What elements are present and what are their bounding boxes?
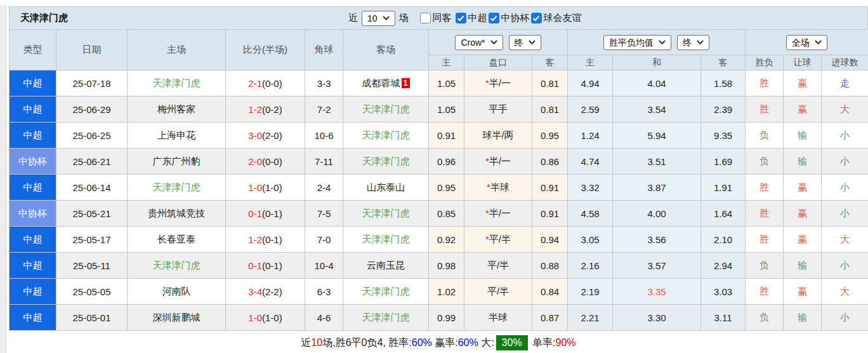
- col-header-home: 主场: [128, 30, 226, 70]
- result: 负: [746, 305, 784, 331]
- match-date: 25-05-11: [56, 253, 128, 279]
- odds-home: 0.95: [429, 175, 464, 201]
- avg-away: 1.91: [701, 175, 746, 201]
- goals-total: 大: [822, 227, 868, 253]
- odds-away: 0.86: [532, 149, 568, 175]
- goals-total: 小: [822, 149, 868, 175]
- league-type: 中超: [10, 227, 56, 253]
- check-icon: [490, 15, 497, 22]
- check-icon: [457, 15, 464, 22]
- avg-away: 2.94: [701, 253, 746, 279]
- match-count-select[interactable]: 10: [362, 11, 395, 26]
- match-row: 中超25-06-14天津津门虎1-0(1-0)2-4山东泰山0.95*半球0.9…: [10, 175, 868, 201]
- home-team: 广东广州豹: [128, 149, 226, 175]
- same-away-filter-checkbox[interactable]: [420, 13, 431, 23]
- result: 胜: [746, 175, 784, 201]
- avg-home: 1.24: [568, 123, 613, 149]
- avg-home: 2.59: [568, 97, 613, 123]
- match-row: 中超25-05-11天津津门虎0-1(0-1)10-4云南玉昆0.98平/半0.…: [10, 253, 868, 279]
- odds-away: 0.91: [532, 201, 568, 227]
- venue-filter: 同客: [420, 12, 452, 24]
- odds-source-select[interactable]: Crow*: [455, 35, 503, 50]
- handicap: 平/半: [464, 253, 532, 279]
- handicap: *半/一: [464, 70, 532, 97]
- footer-text: 单率:: [530, 336, 556, 350]
- footer-rate-value: 60%: [412, 337, 432, 349]
- goals-total: 走: [822, 70, 868, 97]
- away-team: 山东泰山: [343, 175, 429, 201]
- score: 1-0(1-0): [226, 175, 305, 201]
- avg-home: 3.32: [568, 175, 613, 201]
- avg-draw: 3.56: [613, 227, 701, 253]
- subcol-goals: 进球数: [822, 55, 868, 70]
- col-header-type: 类型: [10, 30, 56, 70]
- home-team: 长春亚泰: [128, 227, 226, 253]
- result: 胜: [746, 97, 784, 123]
- away-team: 天津津门虎: [343, 227, 429, 253]
- avg-home: 3.05: [568, 227, 613, 253]
- subcol-avg-away: 客: [701, 55, 746, 70]
- footer-over-badge: 30%: [496, 335, 528, 350]
- scope-value: 全场: [792, 38, 810, 47]
- corners: 7-11: [305, 149, 343, 175]
- home-team: 贵州筑城竞技: [128, 201, 226, 227]
- subcol-handicap-result: 让球: [784, 55, 822, 70]
- match-row: 中超25-05-17长春亚泰1-2(0-1)7-0天津津门虎0.92*平/半0.…: [10, 227, 868, 253]
- result: 胜: [746, 279, 784, 305]
- recent-label: 近: [348, 12, 358, 24]
- handicap: 平/半: [464, 279, 532, 305]
- corners: 10-6: [305, 123, 343, 149]
- corners: 7-0: [305, 227, 343, 253]
- league-type: 中超: [10, 279, 56, 305]
- footer-text: 场,胜6平0负4, 胜率:: [322, 336, 411, 350]
- corners: 4-6: [305, 305, 343, 331]
- score: 0-1(0-1): [226, 253, 305, 279]
- corners: 2-4: [305, 175, 343, 201]
- match-date: 25-05-05: [56, 279, 128, 305]
- same-away-filter-label: 同客: [433, 12, 452, 24]
- title-filter-band: 天津津门虎 近 10 场 同客 中超中协杯球会友谊: [9, 6, 868, 29]
- odds-away: 0.84: [532, 279, 568, 305]
- odds-home: 1.05: [429, 70, 464, 97]
- home-team: 天津津门虎: [128, 70, 226, 97]
- match-date: 25-05-01: [56, 305, 128, 331]
- away-team: 成都蓉城1: [343, 70, 429, 97]
- home-team: 深圳新鹏城: [128, 305, 226, 331]
- score: 2-1(0-0): [226, 70, 305, 97]
- summary-footer: 近10场,胜6平0负4, 胜率:60% 赢率:60% 大:30% 单率:90%: [9, 331, 868, 353]
- avg-time-value: 终: [683, 38, 692, 47]
- home-team: 天津津门虎: [128, 253, 226, 279]
- avg-draw: 5.94: [613, 123, 701, 149]
- col-header-score: 比分(半场): [226, 30, 305, 70]
- result: 负: [746, 123, 784, 149]
- odds-home: 0.85: [429, 201, 464, 227]
- avg-time-select[interactable]: 终: [677, 35, 709, 50]
- odds-home: 0.92: [429, 227, 464, 253]
- odds-time-select[interactable]: 终: [509, 35, 541, 50]
- league-type: 中超: [10, 305, 56, 331]
- check-icon: [532, 15, 540, 22]
- avg-type-select[interactable]: 胜平负均值: [603, 35, 671, 50]
- avg-home: 2.21: [568, 305, 613, 331]
- handicap-result: 赢: [784, 279, 822, 305]
- league-filter-1-checkbox[interactable]: [489, 13, 499, 23]
- score: 2-0(0-0): [226, 149, 305, 175]
- avg-draw: 4.04: [613, 70, 701, 97]
- col-header-away: 客场: [343, 30, 429, 70]
- score: 1-0(1-0): [226, 305, 305, 331]
- handicap: *半/一: [464, 149, 532, 175]
- league-filter-0-checkbox[interactable]: [456, 13, 466, 23]
- avg-draw: 4.00: [613, 201, 701, 227]
- league-filter-2-checkbox[interactable]: [531, 13, 542, 23]
- footer-rate-value: 60%: [458, 337, 478, 349]
- away-team: 天津津门虎: [343, 305, 429, 331]
- subcol-avg-home: 主: [568, 55, 613, 70]
- odds-home: 0.91: [429, 123, 464, 149]
- scope-select[interactable]: 全场: [786, 35, 827, 50]
- chevron-down-icon: [529, 40, 536, 44]
- page: { "title": "天津津门虎", "filters": { "recent…: [0, 0, 868, 353]
- away-team: 天津津门虎: [343, 97, 429, 123]
- avg-away: 2.39: [701, 97, 746, 123]
- goals-total: 小: [822, 123, 868, 149]
- odds-away: 0.94: [532, 227, 568, 253]
